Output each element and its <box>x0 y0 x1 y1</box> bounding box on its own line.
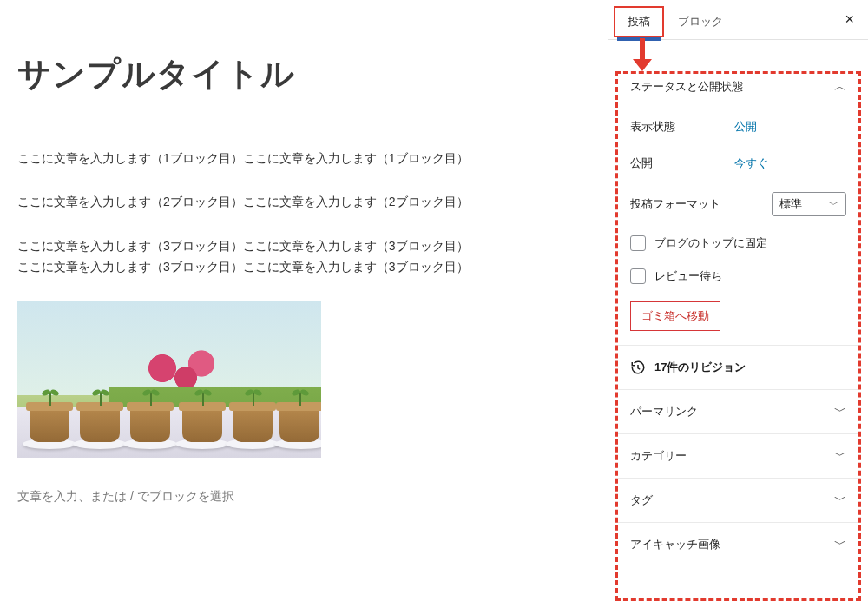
chevron-down-icon: ﹀ <box>829 198 838 211</box>
status-panel-body: 表示状態 公開 公開 今すぐ 投稿フォーマット 標準 ﹀ ブログのトップに固定 <box>618 109 858 345</box>
panel-title: ステータスと公開状態 <box>630 79 743 95</box>
editor-canvas: サンプルタイトル ここに文章を入力します（1ブロック目）ここに文章を入力します（… <box>0 0 608 608</box>
sidebar-tabs: 投稿 ブロック × <box>608 0 868 40</box>
visibility-label: 表示状態 <box>630 119 734 135</box>
post-format-label: 投稿フォーマット <box>630 196 772 212</box>
history-icon <box>630 360 646 375</box>
panel-categories[interactable]: カテゴリー ﹀ <box>618 433 858 478</box>
panel-tags[interactable]: タグ ﹀ <box>618 478 858 522</box>
stick-to-top-checkbox[interactable] <box>630 235 646 251</box>
visibility-row: 表示状態 公開 <box>630 109 846 145</box>
panel-permalink[interactable]: パーマリンク ﹀ <box>618 389 858 433</box>
close-icon: × <box>845 10 854 28</box>
annotation-arrow <box>608 40 868 71</box>
chevron-down-icon: ﹀ <box>834 448 846 464</box>
revisions-panel[interactable]: 17件のリビジョン <box>618 345 858 389</box>
paragraph-block[interactable]: ここに文章を入力します（1ブロック目）ここに文章を入力します（1ブロック目） <box>17 149 590 168</box>
annotation-highlight-region: ステータスと公開状態 ︿ 表示状態 公開 公開 今すぐ 投稿フォーマット 標準 … <box>615 71 861 601</box>
pending-review-label: レビュー待ち <box>654 268 722 284</box>
publish-row: 公開 今すぐ <box>630 145 846 182</box>
panel-title: カテゴリー <box>630 448 687 464</box>
panel-status-visibility[interactable]: ステータスと公開状態 ︿ <box>618 74 858 109</box>
paragraph-block[interactable]: ここに文章を入力します（3ブロック目）ここに文章を入力します（3ブロック目） <box>17 236 590 255</box>
panel-title: タグ <box>630 492 653 508</box>
block-appender-placeholder[interactable]: 文章を入力、または / でブロックを選択 <box>17 489 590 505</box>
paragraph-block[interactable]: ここに文章を入力します（2ブロック目）ここに文章を入力します（2ブロック目） <box>17 192 590 211</box>
panel-title: アイキャッチ画像 <box>630 537 720 552</box>
move-to-trash-button[interactable]: ゴミ箱へ移動 <box>630 301 720 331</box>
paragraph-block[interactable]: ここに文章を入力します（3ブロック目）ここに文章を入力します（3ブロック目） <box>17 257 590 276</box>
post-format-selected: 標準 <box>779 196 802 212</box>
chevron-down-icon: ﹀ <box>834 404 846 420</box>
chevron-down-icon: ﹀ <box>834 492 846 508</box>
tab-block[interactable]: ブロック <box>664 6 737 37</box>
chevron-down-icon: ﹀ <box>834 537 846 552</box>
post-format-row: 投稿フォーマット 標準 ﹀ <box>630 182 846 227</box>
panel-featured-image[interactable]: アイキャッチ画像 ﹀ <box>618 522 858 566</box>
chevron-up-icon: ︿ <box>834 79 846 95</box>
post-format-select[interactable]: 標準 ﹀ <box>772 192 846 216</box>
settings-sidebar: 投稿 ブロック × ステータスと公開状態 ︿ 表示状態 公開 公開 今すぐ 投稿… <box>608 0 868 608</box>
publish-label: 公開 <box>630 155 734 171</box>
revisions-label: 17件のリビジョン <box>654 360 746 375</box>
pending-review-checkbox[interactable] <box>630 268 646 284</box>
tab-post[interactable]: 投稿 <box>614 6 664 37</box>
stick-to-top-row[interactable]: ブログのトップに固定 <box>630 227 846 260</box>
pending-review-row[interactable]: レビュー待ち <box>630 260 846 293</box>
visibility-value-button[interactable]: 公開 <box>734 119 757 135</box>
post-title[interactable]: サンプルタイトル <box>17 52 590 96</box>
stick-to-top-label: ブログのトップに固定 <box>654 235 767 251</box>
image-block[interactable] <box>17 301 321 458</box>
panel-title: パーマリンク <box>630 404 698 420</box>
close-sidebar-button[interactable]: × <box>845 10 854 29</box>
publish-value-button[interactable]: 今すぐ <box>734 155 768 171</box>
